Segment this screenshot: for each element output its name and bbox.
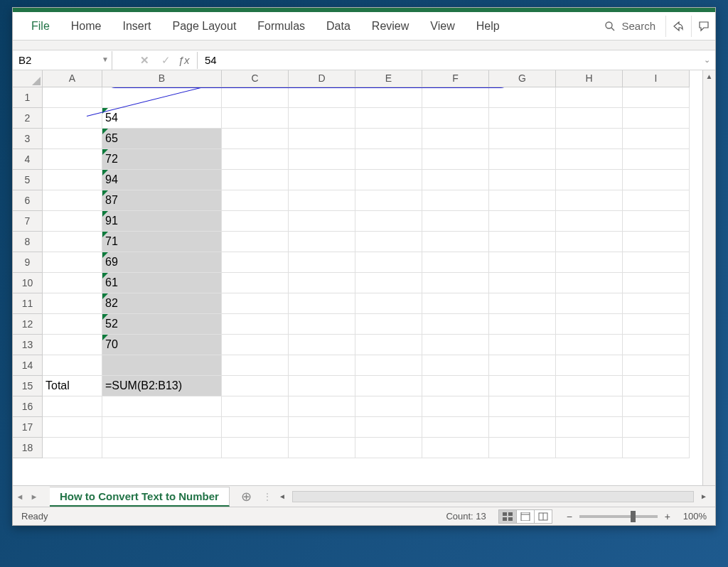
cell-D8[interactable]: [289, 232, 355, 252]
cell-G4[interactable]: [489, 149, 556, 170]
cell-D16[interactable]: [289, 396, 355, 417]
row-header-1[interactable]: 1: [13, 87, 43, 108]
cell-H17[interactable]: [556, 417, 623, 438]
fx-button[interactable]: ƒx: [176, 52, 198, 69]
row-header-10[interactable]: 10: [13, 273, 43, 293]
zoom-thumb[interactable]: [631, 511, 636, 522]
cell-H8[interactable]: [556, 232, 623, 252]
cell-D15[interactable]: [289, 376, 355, 396]
tab-formulas[interactable]: Formulas: [247, 16, 315, 37]
grid-body[interactable]: When you select the cells, this error me…: [43, 87, 702, 485]
cell-H14[interactable]: [556, 355, 623, 376]
cell-A18[interactable]: [43, 438, 102, 458]
cell-E9[interactable]: [355, 252, 422, 273]
row-header-17[interactable]: 17: [13, 417, 43, 438]
cell-D7[interactable]: [289, 211, 355, 232]
cell-G14[interactable]: [489, 355, 556, 376]
tab-scroll-splitter[interactable]: ⋮: [262, 491, 272, 502]
cell-A8[interactable]: [43, 232, 102, 252]
cell-I10[interactable]: [623, 273, 690, 293]
vertical-scrollbar[interactable]: ▲: [702, 70, 715, 485]
cell-B9[interactable]: 69: [102, 252, 222, 273]
cell-G12[interactable]: [489, 314, 556, 335]
row-header-8[interactable]: 8: [13, 232, 43, 252]
cell-H6[interactable]: [556, 190, 623, 211]
scroll-up-arrow[interactable]: ▲: [703, 70, 715, 83]
col-header-E[interactable]: E: [355, 70, 422, 87]
row-header-16[interactable]: 16: [13, 396, 43, 417]
cell-F5[interactable]: [422, 170, 489, 190]
cell-H4[interactable]: [556, 149, 623, 170]
cell-D2[interactable]: [289, 108, 355, 129]
cell-C3[interactable]: [222, 129, 289, 149]
col-header-F[interactable]: F: [422, 70, 489, 87]
cell-I5[interactable]: [623, 170, 690, 190]
tab-view[interactable]: View: [420, 16, 464, 37]
cell-F9[interactable]: [422, 252, 489, 273]
row-header-5[interactable]: 5: [13, 170, 43, 190]
cell-F7[interactable]: [422, 211, 489, 232]
cell-F2[interactable]: [422, 108, 489, 129]
zoom-in-button[interactable]: +: [662, 511, 673, 522]
cell-F17[interactable]: [422, 417, 489, 438]
name-box[interactable]: B2 ▼: [13, 51, 112, 70]
cell-E13[interactable]: [355, 335, 422, 355]
cell-C7[interactable]: [222, 211, 289, 232]
cell-C6[interactable]: [222, 190, 289, 211]
cell-E15[interactable]: [355, 376, 422, 396]
cell-F11[interactable]: [422, 293, 489, 314]
cell-F1[interactable]: [422, 87, 489, 108]
cell-C8[interactable]: [222, 232, 289, 252]
cell-E17[interactable]: [355, 417, 422, 438]
cell-B6[interactable]: 87: [102, 190, 222, 211]
cell-E16[interactable]: [355, 396, 422, 417]
zoom-track[interactable]: [579, 515, 658, 518]
row-header-13[interactable]: 13: [13, 335, 43, 355]
cell-A10[interactable]: [43, 273, 102, 293]
cell-A7[interactable]: [43, 211, 102, 232]
cell-H3[interactable]: [556, 129, 623, 149]
col-header-H[interactable]: H: [556, 70, 623, 87]
cell-F6[interactable]: [422, 190, 489, 211]
cell-G7[interactable]: [489, 211, 556, 232]
cell-C10[interactable]: [222, 273, 289, 293]
cell-D10[interactable]: [289, 273, 355, 293]
cell-B12[interactable]: 52: [102, 314, 222, 335]
cell-A5[interactable]: [43, 170, 102, 190]
formula-cancel-button[interactable]: ✕: [134, 52, 155, 69]
cell-C13[interactable]: [222, 335, 289, 355]
row-header-3[interactable]: 3: [13, 129, 43, 149]
cell-E18[interactable]: [355, 438, 422, 458]
tab-nav-prev[interactable]: ◄: [13, 492, 27, 501]
row-header-7[interactable]: 7: [13, 211, 43, 232]
new-sheet-button[interactable]: ⊕: [237, 489, 257, 504]
cell-I11[interactable]: [623, 293, 690, 314]
hscroll-left[interactable]: ◄: [277, 492, 288, 500]
cell-E11[interactable]: [355, 293, 422, 314]
zoom-out-button[interactable]: −: [564, 511, 575, 522]
cell-G11[interactable]: [489, 293, 556, 314]
cell-E10[interactable]: [355, 273, 422, 293]
cell-C15[interactable]: [222, 376, 289, 396]
chevron-down-icon[interactable]: ▼: [102, 55, 109, 63]
cell-D11[interactable]: [289, 293, 355, 314]
cell-B17[interactable]: [102, 417, 222, 438]
tab-help[interactable]: Help: [466, 16, 510, 37]
cell-G10[interactable]: [489, 273, 556, 293]
row-header-9[interactable]: 9: [13, 252, 43, 273]
cell-F12[interactable]: [422, 314, 489, 335]
cell-I1[interactable]: [623, 87, 690, 108]
cell-D6[interactable]: [289, 190, 355, 211]
cell-F13[interactable]: [422, 335, 489, 355]
cell-B18[interactable]: [102, 438, 222, 458]
row-header-4[interactable]: 4: [13, 149, 43, 170]
cell-A6[interactable]: [43, 190, 102, 211]
row-header-12[interactable]: 12: [13, 314, 43, 335]
formula-expand-button[interactable]: ⌄: [698, 55, 715, 65]
cell-C1[interactable]: [222, 87, 289, 108]
cell-G8[interactable]: [489, 232, 556, 252]
cell-I15[interactable]: [623, 376, 690, 396]
cell-F3[interactable]: [422, 129, 489, 149]
cell-C17[interactable]: [222, 417, 289, 438]
sheet-tab-active[interactable]: How to Convert Text to Number: [50, 487, 230, 507]
